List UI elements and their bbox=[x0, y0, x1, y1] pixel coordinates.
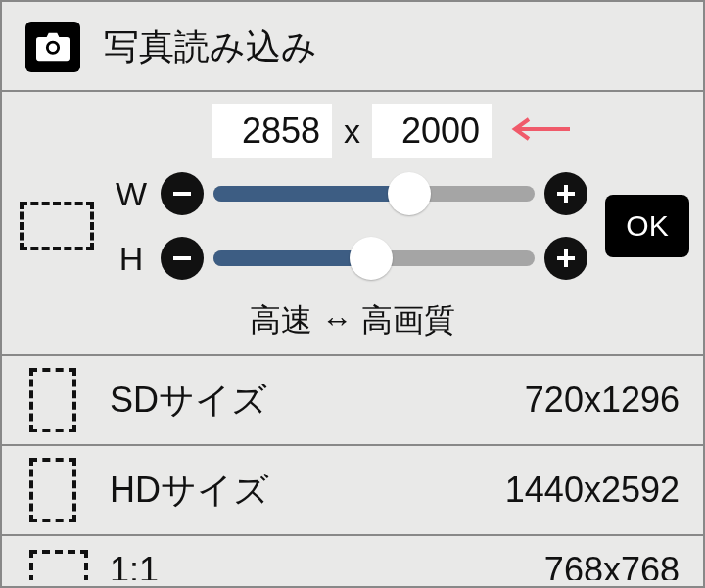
height-slider-row: H bbox=[112, 237, 588, 280]
width-slider-thumb[interactable] bbox=[388, 172, 431, 215]
dimensions-row: 2858 x 2000 bbox=[12, 104, 693, 158]
camera-icon bbox=[25, 22, 80, 72]
height-slider-thumb[interactable] bbox=[350, 237, 393, 280]
height-label: H bbox=[112, 240, 151, 278]
preset-size-label: SDサイズ bbox=[110, 377, 525, 425]
dimension-separator: x bbox=[340, 113, 364, 151]
panel-header: 写真読み込み bbox=[2, 2, 703, 92]
custom-size-section: 2858 x 2000 W bbox=[2, 92, 703, 356]
aspect-square-icon bbox=[29, 550, 88, 580]
aspect-portrait-icon bbox=[29, 458, 76, 522]
preset-size-hd[interactable]: HDサイズ 1440x2592 bbox=[2, 446, 703, 536]
width-plus-button[interactable] bbox=[544, 172, 588, 215]
arrow-left-icon bbox=[511, 117, 572, 145]
sliders-area: W H bbox=[12, 172, 693, 280]
width-label: W bbox=[112, 175, 151, 213]
preset-size-sd[interactable]: SDサイズ 720x1296 bbox=[2, 356, 703, 446]
width-minus-button[interactable] bbox=[161, 172, 204, 215]
settings-panel: 写真読み込み 2858 x 2000 W bbox=[0, 0, 705, 588]
height-slider[interactable] bbox=[213, 237, 535, 280]
width-slider[interactable] bbox=[213, 172, 535, 215]
preset-size-value: 768x768 bbox=[544, 550, 680, 580]
ok-button[interactable]: OK bbox=[605, 195, 689, 257]
preset-size-value: 720x1296 bbox=[525, 380, 680, 421]
aspect-portrait-icon bbox=[29, 368, 76, 432]
preset-size-label: 1:1 bbox=[110, 550, 544, 580]
preset-size-1-1[interactable]: 1:1 768x768 bbox=[2, 536, 703, 580]
sliders-column: W H bbox=[112, 172, 588, 280]
width-slider-row: W bbox=[112, 172, 588, 215]
panel-title: 写真読み込み bbox=[104, 23, 317, 71]
height-minus-button[interactable] bbox=[161, 237, 204, 280]
preset-size-label: HDサイズ bbox=[110, 467, 505, 515]
width-slider-fill bbox=[213, 186, 409, 202]
preset-size-value: 1440x2592 bbox=[505, 470, 680, 511]
quality-scale-label: 高速 ↔ 高画質 bbox=[12, 299, 693, 342]
height-slider-fill bbox=[213, 250, 371, 266]
height-input[interactable]: 2000 bbox=[372, 104, 492, 158]
aspect-landscape-icon bbox=[20, 202, 94, 250]
width-input[interactable]: 2858 bbox=[212, 104, 332, 158]
height-plus-button[interactable] bbox=[544, 237, 588, 280]
